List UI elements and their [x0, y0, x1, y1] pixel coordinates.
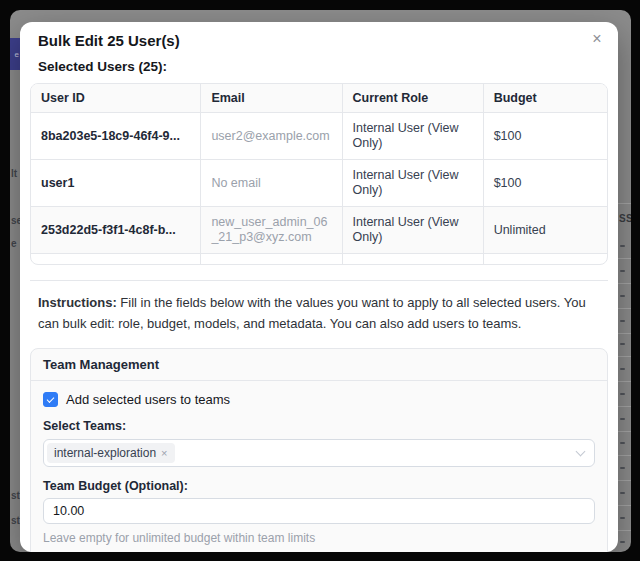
team-management-section: Team Management Add selected users to te… — [30, 348, 608, 552]
check-icon — [47, 395, 55, 403]
cell-email: new_user_admin_06_21_p3@xyz.com — [201, 207, 342, 254]
dimmed-row-border — [618, 356, 631, 357]
dimmed-row-border — [618, 381, 631, 382]
instructions-body: Fill in the fields below with the values… — [38, 295, 586, 331]
cell-role: Internal User (View Only) — [342, 160, 483, 207]
teams-multiselect[interactable]: internal-exploration × — [43, 439, 595, 467]
cell-email: No email — [201, 160, 342, 207]
checkbox-label: Add selected users to teams — [66, 392, 230, 407]
dimmed-dash-cell — [620, 270, 625, 272]
chevron-down-icon — [576, 446, 586, 456]
cell-role: Internal User (View Only) — [342, 254, 483, 266]
dimmed-text-fragment: st — [11, 490, 20, 501]
dimmed-dash-cell — [620, 343, 625, 345]
instructions-text: Instructions: Fill in the fields below w… — [38, 292, 600, 334]
dimmed-row-border — [618, 505, 631, 506]
dimmed-dash-cell — [620, 467, 625, 469]
column-header: Budget — [483, 84, 607, 113]
table-row: 8ba203e5-18c9-46f4-9...user2@example.com… — [31, 113, 607, 160]
cell-budget: $100 — [483, 160, 607, 207]
table-row: 5dbd2335-cdd6-47ca-b...interInternal Use… — [31, 254, 607, 266]
cell-budget: $100 — [483, 113, 607, 160]
column-header: User ID — [31, 84, 201, 113]
dimmed-row-border — [618, 283, 631, 284]
dimmed-row-border — [618, 406, 631, 407]
selected-team-tag: internal-exploration × — [47, 443, 175, 463]
dimmed-column-header: SS — [619, 213, 631, 224]
modal-title: Bulk Edit 25 User(s) — [20, 22, 618, 49]
dimmed-row-border — [618, 203, 631, 204]
dimmed-dash-cell — [620, 418, 625, 420]
dimmed-text-fragment: st — [11, 515, 20, 526]
selected-users-table[interactable]: User IDEmailCurrent RoleBudget 8ba203e5-… — [30, 83, 608, 265]
dimmed-row-border — [618, 530, 631, 531]
dimmed-row-border — [618, 480, 631, 481]
dimmed-dash-cell — [620, 295, 625, 297]
select-teams-label: Select Teams: — [43, 419, 595, 433]
cell-budget: Unlimited — [483, 207, 607, 254]
cell-email: user2@example.com — [201, 113, 342, 160]
dimmed-text-fragment: e — [11, 238, 17, 249]
dimmed-indigo-button-fragment: e — [10, 38, 20, 70]
team-budget-input[interactable] — [43, 498, 595, 524]
section-divider — [30, 280, 608, 281]
modal-backdrop[interactable]: e ltseestst SS Bulk Edit 25 User(s) × Se… — [10, 10, 631, 552]
cell-role: Internal User (View Only) — [342, 207, 483, 254]
team-management-title: Team Management — [31, 349, 607, 381]
cell-id: 253d22d5-f3f1-4c8f-b... — [31, 207, 201, 254]
dimmed-row-border — [618, 455, 631, 456]
dimmed-row-border — [618, 308, 631, 309]
team-budget-label: Team Budget (Optional): — [43, 479, 595, 493]
table-header-row: User IDEmailCurrent RoleBudget — [31, 84, 607, 113]
dimmed-dash-cell — [620, 517, 625, 519]
add-users-to-teams-checkbox-row[interactable]: Add selected users to teams — [43, 392, 595, 407]
dimmed-dash-cell — [620, 368, 625, 370]
cell-email: inter — [201, 254, 342, 266]
dimmed-dash-cell — [620, 541, 625, 543]
cell-id: user1 — [31, 160, 201, 207]
close-icon[interactable]: × — [587, 29, 607, 49]
dimmed-dash-cell — [620, 393, 625, 395]
dimmed-row-border — [618, 431, 631, 432]
dimmed-table-right-strip: SS — [618, 10, 631, 552]
cell-id: 8ba203e5-18c9-46f4-9... — [31, 113, 201, 160]
column-header: Current Role — [342, 84, 483, 113]
cell-role: Internal User (View Only) — [342, 113, 483, 160]
dimmed-dash-cell — [620, 492, 625, 494]
table-row: user1No emailInternal User (View Only)$1… — [31, 160, 607, 207]
checkbox-checked-icon[interactable] — [43, 392, 58, 407]
remove-tag-icon[interactable]: × — [161, 448, 167, 459]
dimmed-text-fragment: lt — [11, 168, 17, 179]
dimmed-dash-cell — [620, 442, 625, 444]
bulk-edit-modal: Bulk Edit 25 User(s) × Selected Users (2… — [20, 22, 618, 552]
budget-helper-text: Leave empty for unlimited budget within … — [43, 531, 595, 545]
dimmed-row-border — [618, 333, 631, 334]
table-row: 253d22d5-f3f1-4c8f-b...new_user_admin_06… — [31, 207, 607, 254]
instructions-label: Instructions: — [38, 295, 117, 310]
team-tag-label: internal-exploration — [54, 446, 156, 460]
dimmed-dash-cell — [620, 245, 625, 247]
cell-budget: Unlimited — [483, 254, 607, 266]
cell-id: 5dbd2335-cdd6-47ca-b... — [31, 254, 201, 266]
dimmed-dash-cell — [620, 320, 625, 322]
column-header: Email — [201, 84, 342, 113]
dimmed-row-border — [618, 258, 631, 259]
selected-users-heading: Selected Users (25): — [38, 59, 600, 74]
